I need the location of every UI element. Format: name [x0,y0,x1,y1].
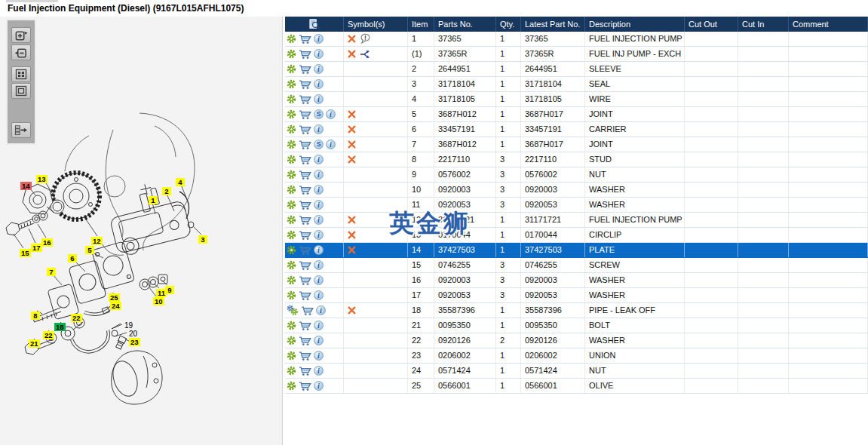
gear-icon[interactable] [287,321,296,330]
cart-icon[interactable] [299,185,311,195]
diagram-callout-16[interactable]: 16 [41,238,53,247]
info-icon[interactable]: i [314,245,324,255]
cart-icon[interactable] [299,140,311,150]
table-row[interactable]: i431718105131718105WIRE [285,92,868,107]
column-header-latest-part-no[interactable]: Latest Part No. [521,17,585,32]
cart-icon[interactable] [299,79,311,90]
info-icon[interactable]: i [314,185,324,195]
table-row[interactable]: i21009535010095350BOLT [285,318,868,333]
table-row[interactable]: i22092012620920126WASHER [285,333,868,348]
info-icon[interactable]: i [314,230,324,240]
cart-icon[interactable] [299,381,311,391]
table-row[interactable]: i1835587396135587396PIPE - LEAK OFF [285,303,868,318]
gear-double-icon[interactable] [287,305,299,316]
diagram-callout-15[interactable]: 15 [20,249,31,257]
table-row[interactable]: i10092000330920003WASHER [285,183,868,198]
cart-icon[interactable] [299,94,311,105]
diagram-callout-13[interactable]: 13 [36,175,48,183]
cart-icon[interactable] [299,321,311,331]
gear-icon[interactable] [287,275,296,285]
substitute-part-icon[interactable]: S [314,140,324,149]
gear-icon[interactable] [287,230,296,240]
diagram-callout-22[interactable]: 22 [71,314,82,322]
gear-icon[interactable] [287,94,296,104]
gear-icon[interactable] [287,381,296,391]
gear-icon[interactable] [287,79,296,89]
diagram-callout-12[interactable]: 12 [91,237,103,245]
table-row[interactable]: i23020600210206002UNION [285,348,868,364]
table-row[interactable]: i9057600230576002NUT [285,167,868,183]
column-header-actions[interactable] [285,17,344,32]
cart-icon[interactable] [299,290,311,301]
cart-icon[interactable] [301,305,314,316]
table-row[interactable]: i1231171721131171721FUEL INJECTION PUMP … [285,213,868,228]
diagram-callout-2[interactable]: 2 [162,187,171,195]
info-icon[interactable]: i [314,336,324,345]
column-header-item[interactable]: Item [408,17,434,32]
gear-icon[interactable] [287,245,296,255]
substitute-part-icon[interactable]: S [314,109,324,119]
cart-icon[interactable] [299,245,311,256]
gear-icon[interactable] [287,140,296,149]
gear-icon[interactable] [287,64,296,74]
gear-icon[interactable] [287,185,296,195]
cart-icon[interactable] [299,336,311,346]
diagram-callout-8[interactable]: 8 [31,312,40,320]
diagram-callout-18[interactable]: 18 [54,323,66,331]
diagram-callout-6[interactable]: 6 [68,254,77,262]
diagram-callout-24[interactable]: 24 [110,302,121,310]
table-row[interactable]: i331718104131718104SEAL [285,77,868,92]
gear-icon[interactable] [287,170,296,180]
table-row[interactable]: i24057142410571424NUT [285,364,868,379]
diagram-callout-25[interactable]: 25 [109,293,120,302]
info-icon[interactable]: i [314,79,324,89]
table-row[interactable]: Si53687H01213687H017JOINT [285,107,868,122]
table-row[interactable]: i25056600110566001OLIVE [285,379,868,394]
diagram-callout-22[interactable]: 22 [43,331,54,339]
cart-icon[interactable] [299,200,311,210]
tile-view-button[interactable] [11,66,31,82]
info-icon[interactable]: i [326,140,336,149]
column-header-parts-no[interactable]: Parts No. [434,17,496,32]
cart-icon[interactable] [299,170,311,180]
info-icon[interactable]: i [314,366,324,376]
diagram-callout-1[interactable]: 1 [149,196,158,204]
gear-icon[interactable] [287,34,296,44]
info-icon[interactable]: i [314,170,324,180]
gear-icon[interactable] [287,124,296,134]
info-icon[interactable]: i [326,109,336,119]
gear-icon[interactable] [287,260,296,270]
column-header-cut-in[interactable]: Cut In [738,17,789,32]
zoom-in-button[interactable] [11,27,31,43]
column-header-description[interactable]: Description [585,17,685,32]
cart-icon[interactable] [299,215,311,226]
cart-icon[interactable] [299,230,311,241]
gear-icon[interactable] [287,336,296,345]
info-icon[interactable]: i [314,381,324,391]
table-row[interactable]: Si73687H01213687H017JOINT [285,137,868,152]
toggle-list-panel-button[interactable] [11,122,31,138]
column-header-comment[interactable]: Comment [789,17,868,32]
table-row[interactable]: i2264495112644951SLEEVE [285,62,868,77]
diagram-callout-14[interactable]: 14 [20,182,32,190]
diagram-callout-3[interactable]: 3 [198,235,207,244]
zoom-out-button[interactable] [11,44,31,60]
table-row[interactable]: i13017004410170044CIRCLIP [285,228,868,243]
info-icon[interactable]: i [314,49,324,59]
diagram-callout-23[interactable]: 23 [129,338,140,346]
diagram-callout-10[interactable]: 10 [153,297,164,305]
table-row[interactable]: i15074625530746255SCREW [285,258,868,273]
table-row[interactable]: i(1)37365R137365RFUEL INJ PUMP - EXCH [285,47,868,62]
info-icon[interactable]: i [314,200,324,210]
info-icon[interactable]: i [314,94,324,104]
cart-icon[interactable] [299,351,311,361]
gear-icon[interactable] [287,215,296,225]
cart-icon[interactable] [299,275,311,286]
column-header-qty[interactable]: Qty. [496,17,521,32]
gear-icon[interactable] [287,109,296,119]
gear-icon[interactable] [287,200,296,210]
table-row[interactable]: i8221711032217110STUD [285,152,868,167]
info-icon[interactable]: i [314,260,324,270]
cart-icon[interactable] [299,49,311,60]
table-row[interactable]: i633457191133457191CARRIER [285,122,868,137]
